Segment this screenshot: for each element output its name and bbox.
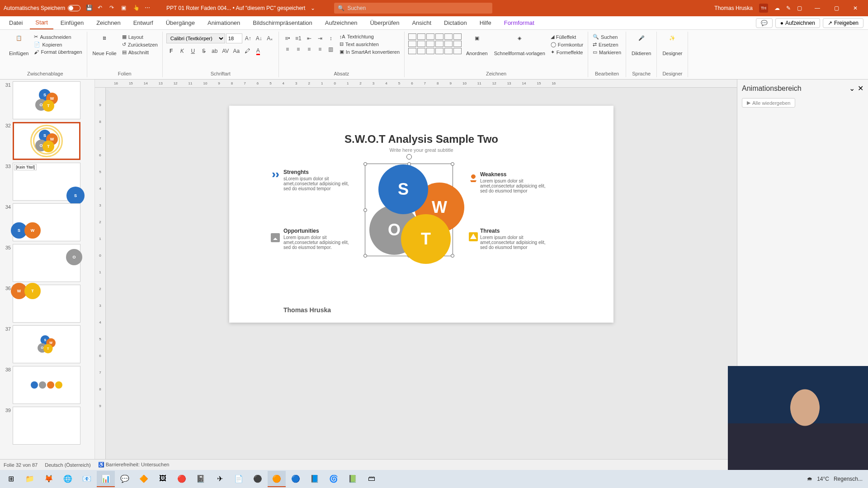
- shapes-gallery[interactable]: [408, 33, 462, 54]
- user-name[interactable]: Thomas Hruska: [714, 5, 753, 11]
- quick-styles-button[interactable]: ◈Schnellformat-vorlagen: [492, 33, 547, 58]
- clear-format-button[interactable]: Aₓ: [265, 33, 275, 43]
- cut-button[interactable]: ✂ Ausschneiden: [33, 33, 83, 40]
- weather-text[interactable]: Regensch...: [834, 476, 863, 482]
- app-icon[interactable]: 🗃: [363, 471, 381, 487]
- toggle-switch[interactable]: [68, 5, 80, 11]
- indent-inc-button[interactable]: ⇥: [315, 33, 325, 43]
- select-button[interactable]: ▭ Markieren: [592, 49, 622, 56]
- strengths-block[interactable]: Strenghts sLorem ipsum dolor sit amet,co…: [283, 169, 356, 191]
- align-right-button[interactable]: ≡: [304, 44, 314, 54]
- align-center-button[interactable]: ≡: [293, 44, 303, 54]
- new-slide-button[interactable]: 🗎 Neue Folie: [91, 33, 118, 58]
- justify-button[interactable]: ≡: [315, 44, 325, 54]
- play-all-button[interactable]: ▶ Alle wiedergeben: [742, 98, 795, 108]
- underline-button[interactable]: U: [188, 46, 198, 56]
- cloud-icon[interactable]: ☁: [774, 5, 780, 11]
- layout-button[interactable]: ▦ Layout: [121, 33, 159, 40]
- user-avatar[interactable]: TH: [759, 4, 768, 13]
- powerpoint-icon[interactable]: 📊: [97, 471, 115, 487]
- chrome-icon[interactable]: 🌐: [59, 471, 77, 487]
- weather-icon[interactable]: 🌧: [807, 476, 812, 482]
- autosave-toggle[interactable]: Automatisches Speichern: [4, 5, 80, 11]
- tab-zeichnen[interactable]: Zeichnen: [91, 17, 126, 29]
- freigeben-button[interactable]: ↗ Freigeben: [823, 18, 863, 28]
- slide-title[interactable]: S.W.O.T Analysis Sample Two: [229, 133, 613, 145]
- present-icon[interactable]: ▣: [121, 5, 128, 12]
- slide-thumb-34[interactable]: SW: [13, 203, 80, 241]
- slide-thumb-32[interactable]: SWOT: [13, 122, 80, 160]
- find-button[interactable]: 🔍 Suchen: [592, 33, 622, 40]
- font-color-button[interactable]: A: [253, 46, 263, 56]
- section-button[interactable]: ▤ Abschnitt: [121, 49, 159, 56]
- explorer-icon[interactable]: 📁: [21, 471, 39, 487]
- slide-thumbnail-panel[interactable]: 31SWOT 32SWOT 33[Kein Titel]S 34SW 35O 3…: [0, 80, 95, 459]
- save-icon[interactable]: 💾: [86, 5, 93, 12]
- tab-entwurf[interactable]: Entwurf: [128, 17, 159, 29]
- spacing-button[interactable]: AV: [221, 46, 231, 56]
- tab-formformat[interactable]: Formformat: [499, 17, 540, 29]
- tab-hilfe[interactable]: Hilfe: [474, 17, 497, 29]
- firefox-icon[interactable]: 🦊: [40, 471, 58, 487]
- replace-button[interactable]: ⇄ Ersetzen: [592, 41, 622, 48]
- search-input[interactable]: [347, 5, 489, 11]
- touch-icon[interactable]: 👆: [133, 5, 140, 12]
- threats-block[interactable]: Threats Lorem ipsum dolor sit amet,conse…: [480, 228, 552, 250]
- columns-button[interactable]: ▥: [326, 44, 336, 54]
- slide-thumb-31[interactable]: SWOT: [13, 81, 80, 119]
- font-size-input[interactable]: [226, 33, 242, 43]
- slide-thumb-37[interactable]: SWOT: [13, 325, 80, 363]
- search-box[interactable]: 🔍: [334, 3, 492, 14]
- circle-strengths[interactable]: S: [378, 164, 428, 214]
- telegram-icon[interactable]: ✈: [211, 471, 229, 487]
- tab-aufzeichnen[interactable]: Aufzeichnen: [320, 17, 363, 29]
- app-icon[interactable]: 🔴: [173, 471, 191, 487]
- swot-diagram[interactable]: O W T S: [369, 164, 464, 264]
- resize-handle[interactable]: [363, 162, 367, 166]
- bold-button[interactable]: F: [166, 46, 176, 56]
- opportunities-block[interactable]: Opportunities Lorem ipsum dolor sit amet…: [283, 228, 356, 250]
- app-icon[interactable]: 💬: [116, 471, 134, 487]
- weakness-block[interactable]: Weakness Lorem ipsum dolor sit amet,cons…: [480, 171, 552, 193]
- chevron-down-icon[interactable]: ⌄: [311, 5, 315, 11]
- paste-button[interactable]: 📋 Einfügen: [7, 33, 30, 58]
- indent-dec-button[interactable]: ⇤: [304, 33, 314, 43]
- slide-thumb-36[interactable]: WT: [13, 285, 80, 323]
- window-icon[interactable]: ▢: [797, 5, 802, 11]
- line-spacing-button[interactable]: ↕: [326, 33, 336, 43]
- chevron-down-icon[interactable]: ⌄: [849, 84, 855, 93]
- text-direction-button[interactable]: ↕A Textrichtung: [339, 33, 401, 40]
- slide-thumb-33[interactable]: [Kein Titel]S: [13, 163, 80, 201]
- smartart-button[interactable]: ▣ In SmartArt konvertieren: [339, 48, 401, 55]
- slide-author[interactable]: Thomas Hruska: [283, 306, 331, 314]
- pen-icon[interactable]: ✎: [786, 5, 791, 11]
- numbering-button[interactable]: ≡1: [293, 33, 303, 43]
- tab-ansicht[interactable]: Ansicht: [406, 17, 437, 29]
- document-title[interactable]: PPT 01 Roter Faden 004... • Auf "diesem …: [166, 5, 305, 11]
- maximize-button[interactable]: ▢: [827, 1, 845, 15]
- slide-canvas[interactable]: S.W.O.T Analysis Sample Two Write here y…: [229, 106, 613, 323]
- start-button[interactable]: ⊞: [2, 471, 20, 487]
- highlight-button[interactable]: 🖍: [242, 46, 252, 56]
- resize-handle[interactable]: [363, 254, 367, 258]
- word-icon[interactable]: 📘: [306, 471, 324, 487]
- tab-start[interactable]: Start: [30, 16, 53, 29]
- format-painter-button[interactable]: 🖌 Format übertragen: [33, 49, 83, 55]
- case-button[interactable]: Aa: [231, 46, 241, 56]
- slide-thumb-35[interactable]: O: [13, 244, 80, 282]
- tab-animationen[interactable]: Animationen: [202, 17, 245, 29]
- app-icon[interactable]: 🔵: [287, 471, 305, 487]
- slide-counter[interactable]: Folie 32 von 87: [4, 462, 38, 468]
- canvas-scroll[interactable]: S.W.O.T Analysis Sample Two Write here y…: [106, 88, 737, 459]
- slide-thumb-39[interactable]: [13, 407, 80, 445]
- comments-button[interactable]: 💬: [756, 18, 773, 28]
- slide-thumb-38[interactable]: [13, 366, 80, 404]
- minimize-button[interactable]: —: [808, 1, 826, 15]
- undo-icon[interactable]: ↶: [98, 5, 105, 12]
- circle-threats[interactable]: T: [401, 214, 451, 264]
- resize-handle[interactable]: [363, 208, 367, 212]
- shape-effects-button[interactable]: ✦ Formeffekte: [550, 49, 584, 56]
- decrease-font-button[interactable]: A↓: [254, 33, 264, 43]
- tab-datei[interactable]: Datei: [4, 17, 28, 29]
- shadow-button[interactable]: ab: [210, 46, 220, 56]
